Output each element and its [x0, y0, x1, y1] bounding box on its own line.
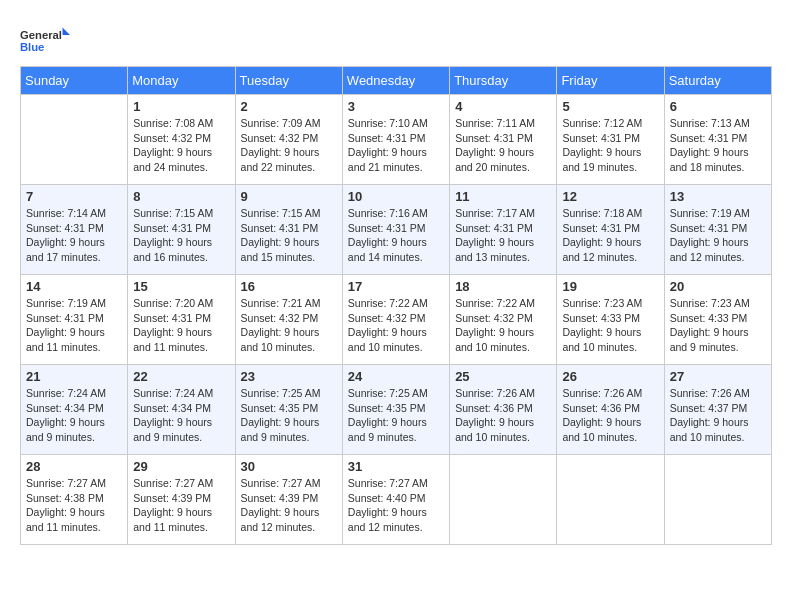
day-number: 27 — [670, 369, 766, 384]
day-number: 9 — [241, 189, 337, 204]
calendar-cell: 14Sunrise: 7:19 AM Sunset: 4:31 PM Dayli… — [21, 275, 128, 365]
day-info: Sunrise: 7:15 AM Sunset: 4:31 PM Dayligh… — [241, 206, 337, 265]
day-number: 16 — [241, 279, 337, 294]
day-info: Sunrise: 7:16 AM Sunset: 4:31 PM Dayligh… — [348, 206, 444, 265]
calendar-week-2: 7Sunrise: 7:14 AM Sunset: 4:31 PM Daylig… — [21, 185, 772, 275]
day-number: 18 — [455, 279, 551, 294]
calendar-cell: 23Sunrise: 7:25 AM Sunset: 4:35 PM Dayli… — [235, 365, 342, 455]
day-info: Sunrise: 7:18 AM Sunset: 4:31 PM Dayligh… — [562, 206, 658, 265]
logo-svg: GeneralBlue — [20, 20, 70, 60]
calendar-cell: 17Sunrise: 7:22 AM Sunset: 4:32 PM Dayli… — [342, 275, 449, 365]
calendar-week-4: 21Sunrise: 7:24 AM Sunset: 4:34 PM Dayli… — [21, 365, 772, 455]
day-info: Sunrise: 7:27 AM Sunset: 4:39 PM Dayligh… — [241, 476, 337, 535]
calendar-week-1: 1Sunrise: 7:08 AM Sunset: 4:32 PM Daylig… — [21, 95, 772, 185]
day-number: 5 — [562, 99, 658, 114]
calendar-cell: 19Sunrise: 7:23 AM Sunset: 4:33 PM Dayli… — [557, 275, 664, 365]
day-info: Sunrise: 7:27 AM Sunset: 4:39 PM Dayligh… — [133, 476, 229, 535]
calendar-cell — [664, 455, 771, 545]
calendar-cell: 22Sunrise: 7:24 AM Sunset: 4:34 PM Dayli… — [128, 365, 235, 455]
svg-marker-2 — [63, 28, 71, 36]
day-info: Sunrise: 7:24 AM Sunset: 4:34 PM Dayligh… — [133, 386, 229, 445]
day-info: Sunrise: 7:27 AM Sunset: 4:40 PM Dayligh… — [348, 476, 444, 535]
calendar-cell: 26Sunrise: 7:26 AM Sunset: 4:36 PM Dayli… — [557, 365, 664, 455]
day-number: 6 — [670, 99, 766, 114]
calendar-week-3: 14Sunrise: 7:19 AM Sunset: 4:31 PM Dayli… — [21, 275, 772, 365]
day-number: 10 — [348, 189, 444, 204]
day-number: 11 — [455, 189, 551, 204]
calendar-cell: 13Sunrise: 7:19 AM Sunset: 4:31 PM Dayli… — [664, 185, 771, 275]
day-number: 24 — [348, 369, 444, 384]
calendar-cell: 9Sunrise: 7:15 AM Sunset: 4:31 PM Daylig… — [235, 185, 342, 275]
calendar-cell: 21Sunrise: 7:24 AM Sunset: 4:34 PM Dayli… — [21, 365, 128, 455]
calendar-week-5: 28Sunrise: 7:27 AM Sunset: 4:38 PM Dayli… — [21, 455, 772, 545]
day-header-tuesday: Tuesday — [235, 67, 342, 95]
calendar-cell: 25Sunrise: 7:26 AM Sunset: 4:36 PM Dayli… — [450, 365, 557, 455]
calendar-cell: 15Sunrise: 7:20 AM Sunset: 4:31 PM Dayli… — [128, 275, 235, 365]
day-info: Sunrise: 7:25 AM Sunset: 4:35 PM Dayligh… — [241, 386, 337, 445]
calendar-cell: 28Sunrise: 7:27 AM Sunset: 4:38 PM Dayli… — [21, 455, 128, 545]
day-info: Sunrise: 7:23 AM Sunset: 4:33 PM Dayligh… — [670, 296, 766, 355]
calendar-cell: 6Sunrise: 7:13 AM Sunset: 4:31 PM Daylig… — [664, 95, 771, 185]
day-number: 30 — [241, 459, 337, 474]
calendar-cell: 18Sunrise: 7:22 AM Sunset: 4:32 PM Dayli… — [450, 275, 557, 365]
day-header-thursday: Thursday — [450, 67, 557, 95]
calendar-cell — [557, 455, 664, 545]
calendar-cell: 11Sunrise: 7:17 AM Sunset: 4:31 PM Dayli… — [450, 185, 557, 275]
calendar-cell: 3Sunrise: 7:10 AM Sunset: 4:31 PM Daylig… — [342, 95, 449, 185]
calendar-cell: 1Sunrise: 7:08 AM Sunset: 4:32 PM Daylig… — [128, 95, 235, 185]
calendar-cell: 8Sunrise: 7:15 AM Sunset: 4:31 PM Daylig… — [128, 185, 235, 275]
day-info: Sunrise: 7:26 AM Sunset: 4:37 PM Dayligh… — [670, 386, 766, 445]
day-info: Sunrise: 7:08 AM Sunset: 4:32 PM Dayligh… — [133, 116, 229, 175]
page-header: GeneralBlue — [20, 20, 772, 60]
day-number: 14 — [26, 279, 122, 294]
day-number: 17 — [348, 279, 444, 294]
day-info: Sunrise: 7:25 AM Sunset: 4:35 PM Dayligh… — [348, 386, 444, 445]
day-number: 12 — [562, 189, 658, 204]
day-number: 29 — [133, 459, 229, 474]
calendar-cell: 29Sunrise: 7:27 AM Sunset: 4:39 PM Dayli… — [128, 455, 235, 545]
day-info: Sunrise: 7:23 AM Sunset: 4:33 PM Dayligh… — [562, 296, 658, 355]
day-number: 1 — [133, 99, 229, 114]
day-number: 28 — [26, 459, 122, 474]
day-info: Sunrise: 7:22 AM Sunset: 4:32 PM Dayligh… — [348, 296, 444, 355]
day-info: Sunrise: 7:13 AM Sunset: 4:31 PM Dayligh… — [670, 116, 766, 175]
day-info: Sunrise: 7:10 AM Sunset: 4:31 PM Dayligh… — [348, 116, 444, 175]
svg-text:General: General — [20, 29, 62, 41]
day-number: 23 — [241, 369, 337, 384]
day-info: Sunrise: 7:19 AM Sunset: 4:31 PM Dayligh… — [670, 206, 766, 265]
day-number: 15 — [133, 279, 229, 294]
svg-text:Blue: Blue — [20, 41, 44, 53]
day-info: Sunrise: 7:14 AM Sunset: 4:31 PM Dayligh… — [26, 206, 122, 265]
day-info: Sunrise: 7:17 AM Sunset: 4:31 PM Dayligh… — [455, 206, 551, 265]
day-number: 22 — [133, 369, 229, 384]
calendar-cell: 27Sunrise: 7:26 AM Sunset: 4:37 PM Dayli… — [664, 365, 771, 455]
day-number: 2 — [241, 99, 337, 114]
calendar-cell — [21, 95, 128, 185]
day-header-saturday: Saturday — [664, 67, 771, 95]
calendar-header-row: SundayMondayTuesdayWednesdayThursdayFrid… — [21, 67, 772, 95]
day-header-wednesday: Wednesday — [342, 67, 449, 95]
calendar-cell: 12Sunrise: 7:18 AM Sunset: 4:31 PM Dayli… — [557, 185, 664, 275]
day-info: Sunrise: 7:26 AM Sunset: 4:36 PM Dayligh… — [562, 386, 658, 445]
calendar-cell: 5Sunrise: 7:12 AM Sunset: 4:31 PM Daylig… — [557, 95, 664, 185]
day-header-friday: Friday — [557, 67, 664, 95]
day-info: Sunrise: 7:26 AM Sunset: 4:36 PM Dayligh… — [455, 386, 551, 445]
day-header-monday: Monday — [128, 67, 235, 95]
day-number: 13 — [670, 189, 766, 204]
calendar-cell: 10Sunrise: 7:16 AM Sunset: 4:31 PM Dayli… — [342, 185, 449, 275]
calendar-cell: 30Sunrise: 7:27 AM Sunset: 4:39 PM Dayli… — [235, 455, 342, 545]
calendar-cell: 31Sunrise: 7:27 AM Sunset: 4:40 PM Dayli… — [342, 455, 449, 545]
day-number: 4 — [455, 99, 551, 114]
calendar-cell — [450, 455, 557, 545]
calendar-cell: 20Sunrise: 7:23 AM Sunset: 4:33 PM Dayli… — [664, 275, 771, 365]
day-number: 8 — [133, 189, 229, 204]
day-info: Sunrise: 7:19 AM Sunset: 4:31 PM Dayligh… — [26, 296, 122, 355]
day-info: Sunrise: 7:21 AM Sunset: 4:32 PM Dayligh… — [241, 296, 337, 355]
day-info: Sunrise: 7:11 AM Sunset: 4:31 PM Dayligh… — [455, 116, 551, 175]
day-header-sunday: Sunday — [21, 67, 128, 95]
day-info: Sunrise: 7:22 AM Sunset: 4:32 PM Dayligh… — [455, 296, 551, 355]
calendar-cell: 4Sunrise: 7:11 AM Sunset: 4:31 PM Daylig… — [450, 95, 557, 185]
calendar-cell: 16Sunrise: 7:21 AM Sunset: 4:32 PM Dayli… — [235, 275, 342, 365]
day-number: 7 — [26, 189, 122, 204]
day-info: Sunrise: 7:27 AM Sunset: 4:38 PM Dayligh… — [26, 476, 122, 535]
